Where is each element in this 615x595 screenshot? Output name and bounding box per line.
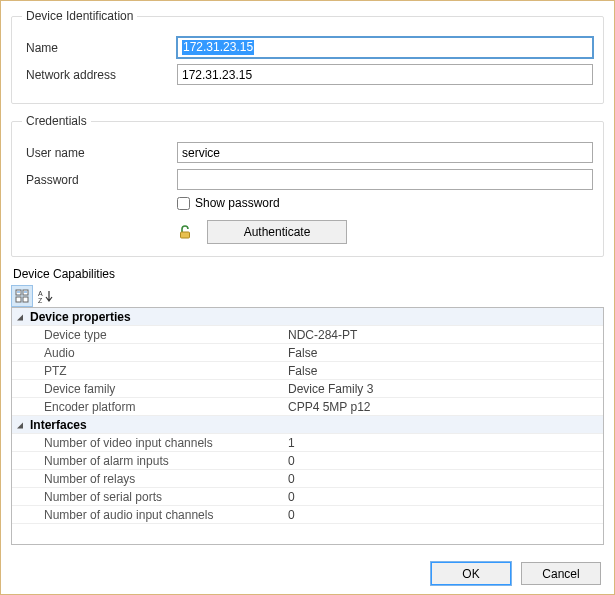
svg-rect-4 (23, 297, 28, 302)
property-name: PTZ (28, 362, 288, 379)
property-row[interactable]: Number of alarm inputs0 (12, 452, 603, 470)
username-input[interactable] (177, 142, 593, 163)
property-row[interactable]: AudioFalse (12, 344, 603, 362)
property-row[interactable]: Device familyDevice Family 3 (12, 380, 603, 398)
name-input[interactable]: 172.31.23.15 (177, 37, 593, 58)
property-row[interactable]: Encoder platformCPP4 5MP p12 (12, 398, 603, 416)
unlock-icon (177, 224, 193, 240)
property-value: False (288, 362, 603, 379)
property-value: 0 (288, 506, 603, 523)
property-name: Audio (28, 344, 288, 361)
credentials-group: Credentials User name Password Show pass… (11, 114, 604, 257)
property-name: Number of video input channels (28, 434, 288, 451)
authenticate-button[interactable]: Authenticate (207, 220, 347, 244)
property-row[interactable]: Number of relays0 (12, 470, 603, 488)
svg-rect-3 (16, 297, 21, 302)
alphabetical-view-button[interactable]: A Z (35, 285, 57, 307)
property-category[interactable]: ◢Device properties (12, 308, 603, 326)
network-address-label: Network address (22, 68, 177, 82)
categorized-view-button[interactable] (11, 285, 33, 307)
property-value: Device Family 3 (288, 380, 603, 397)
property-value: 0 (288, 452, 603, 469)
network-address-input[interactable] (177, 64, 593, 85)
collapse-icon[interactable]: ◢ (12, 416, 28, 433)
username-label: User name (22, 146, 177, 160)
property-value: False (288, 344, 603, 361)
property-grid[interactable]: ◢Device propertiesDevice typeNDC-284-PTA… (11, 307, 604, 545)
cancel-button[interactable]: Cancel (521, 562, 601, 585)
property-name: Device type (28, 326, 288, 343)
property-name: Number of serial ports (28, 488, 288, 505)
property-value: CPP4 5MP p12 (288, 398, 603, 415)
password-label: Password (22, 173, 177, 187)
property-row[interactable]: Number of audio input channels0 (12, 506, 603, 524)
property-row[interactable]: Device typeNDC-284-PT (12, 326, 603, 344)
collapse-icon[interactable]: ◢ (12, 308, 28, 325)
property-row[interactable]: Number of serial ports0 (12, 488, 603, 506)
device-identification-legend: Device Identification (22, 9, 137, 23)
property-name: Device family (28, 380, 288, 397)
password-input[interactable] (177, 169, 593, 190)
ok-button[interactable]: OK (431, 562, 511, 585)
svg-rect-0 (181, 232, 190, 238)
property-value: 0 (288, 488, 603, 505)
name-label: Name (22, 41, 177, 55)
device-identification-group: Device Identification Name 172.31.23.15 … (11, 9, 604, 104)
property-name: Number of audio input channels (28, 506, 288, 523)
credentials-legend: Credentials (22, 114, 91, 128)
device-capabilities-group: Device Capabilities A Z (11, 267, 604, 545)
svg-text:A: A (38, 290, 43, 297)
show-password-label[interactable]: Show password (195, 196, 280, 210)
property-value: 1 (288, 434, 603, 451)
property-name: Encoder platform (28, 398, 288, 415)
property-value: NDC-284-PT (288, 326, 603, 343)
device-capabilities-legend: Device Capabilities (13, 267, 604, 281)
property-name: Number of alarm inputs (28, 452, 288, 469)
property-row[interactable]: PTZFalse (12, 362, 603, 380)
property-value: 0 (288, 470, 603, 487)
show-password-checkbox[interactable] (177, 197, 190, 210)
property-row[interactable]: Number of video input channels1 (12, 434, 603, 452)
property-category-name: Interfaces (28, 416, 288, 433)
svg-text:Z: Z (38, 297, 43, 303)
property-category-name: Device properties (28, 308, 288, 325)
property-category[interactable]: ◢Interfaces (12, 416, 603, 434)
property-name: Number of relays (28, 470, 288, 487)
